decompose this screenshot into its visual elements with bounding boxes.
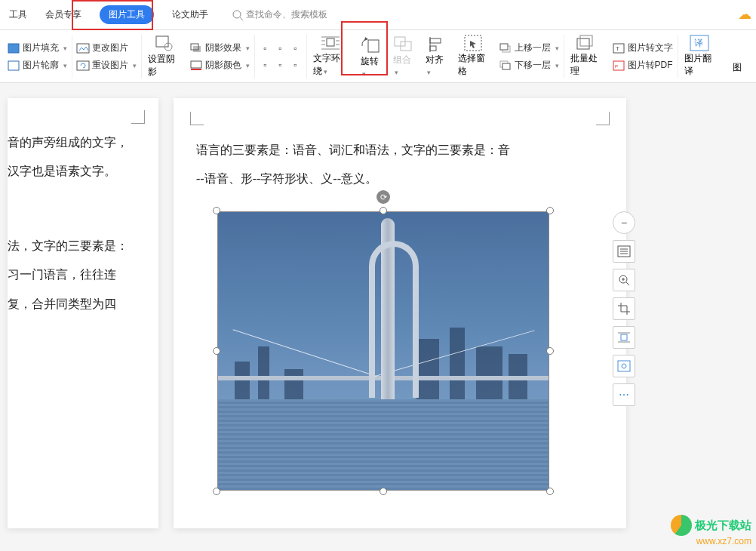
group-label: 组合 (393, 54, 413, 77)
to-pdf-icon: P (613, 60, 625, 72)
rotate-button[interactable]: 旋转 (355, 35, 387, 78)
resize-handle-bl[interactable] (213, 488, 220, 495)
cloud-sync-icon[interactable]: ☁ (738, 6, 751, 23)
search-icon (232, 10, 243, 20)
align-label: 对齐 (426, 54, 446, 77)
picture-fill-button[interactable]: 图片填充 (8, 42, 67, 54)
svg-rect-27 (500, 44, 508, 50)
page-left: 音的声旁组成的文字， 汉字也是语素文字。 法，文字的三要素是： 习一门语言，往往… (8, 98, 158, 528)
picture-extra-label: 图 (733, 61, 742, 74)
square-icon: ▫ (260, 42, 272, 54)
resize-handle-tl[interactable] (213, 207, 220, 214)
more-tool[interactable]: ⋯ (613, 383, 635, 406)
text-wrap-button[interactable]: 文字环绕 (307, 35, 355, 78)
sq2-icon: ▫ (290, 42, 302, 54)
page-corner-mark (190, 112, 204, 125)
nudge-row1[interactable]: ▫▫▫ (260, 42, 302, 54)
svg-rect-8 (193, 46, 201, 52)
image-content[interactable] (217, 211, 549, 491)
resize-handle-tm[interactable] (380, 207, 387, 214)
fill-icon (8, 42, 20, 54)
svg-point-50 (622, 364, 626, 368)
batch-label: 批量处理 (570, 52, 602, 78)
batch-icon (576, 35, 596, 51)
shadow-effect-button[interactable]: 阴影效果 (190, 42, 250, 54)
translate-label: 图片翻译 (684, 52, 716, 78)
svg-rect-10 (191, 61, 201, 68)
picture-extra-button[interactable]: 图 (721, 35, 753, 78)
bring-forward-button[interactable]: 上移一层 (499, 42, 559, 54)
svg-rect-24 (430, 46, 436, 51)
svg-rect-19 (368, 40, 379, 52)
align-button[interactable]: 对齐 (419, 35, 452, 78)
menu-member[interactable]: 会员专享 (36, 0, 91, 29)
svg-rect-30 (577, 38, 589, 49)
zoom-tool[interactable] (613, 269, 635, 291)
text-line: 音的声旁组成的文字， (8, 128, 151, 157)
resize-handle-ml[interactable] (213, 347, 220, 355)
picture-translate-button[interactable]: 译 图片翻译 (678, 35, 722, 78)
text-line: 法，文字的三要素是： (8, 232, 151, 260)
svg-text:P: P (615, 64, 618, 69)
batch-process-button[interactable]: 批量处理 (564, 35, 608, 78)
text-wrap-icon (321, 35, 340, 51)
up-icon: ▫ (275, 42, 287, 54)
menu-bar: 工具 会员专享 图片工具 论文助手 查找命令、搜索模板 ☁ (0, 0, 756, 30)
svg-rect-49 (618, 361, 630, 371)
send-backward-icon (499, 60, 512, 72)
page-corner-mark (131, 110, 145, 124)
text-line: --语音、形--字符形状、义--意义。 (196, 165, 604, 193)
outline-icon (8, 60, 20, 72)
resize-handle-mr[interactable] (546, 347, 554, 355)
text-spacer (8, 186, 151, 232)
selection-pane-icon (463, 35, 483, 51)
svg-rect-23 (430, 38, 441, 43)
resize-handle-bm[interactable] (380, 488, 387, 495)
text-wrap-label: 文字环绕 (313, 52, 349, 78)
right-icon: ▫ (290, 59, 302, 71)
collapse-tool[interactable]: − (613, 211, 635, 234)
text-line: 语言的三要素是：语音、词汇和语法，文字的三要素是：音 (196, 136, 604, 165)
menu-tools[interactable]: 工具 (0, 0, 36, 29)
set-shadow-button[interactable]: 设置阴影 (142, 35, 186, 78)
translate-icon: 译 (690, 35, 709, 51)
search-box[interactable]: 查找命令、搜索模板 (232, 8, 327, 21)
text-line: 习一门语言，往往连 (8, 260, 151, 289)
text-line: 复，合并同类型为四 (8, 290, 151, 319)
svg-rect-2 (8, 44, 19, 53)
search-placeholder: 查找命令、搜索模板 (246, 8, 327, 21)
shadow-color-icon (190, 60, 202, 72)
svg-rect-11 (191, 69, 201, 70)
rotate-label: 旋转 (361, 55, 381, 78)
change-picture-button[interactable]: 更改图片 (77, 42, 137, 54)
menu-picture-tools[interactable]: 图片工具 (91, 0, 163, 29)
resize-handle-tr[interactable] (546, 207, 554, 214)
reset-picture-icon (77, 60, 89, 72)
layout-tool[interactable] (613, 240, 635, 263)
change-picture-icon (77, 42, 89, 54)
edit-tool[interactable] (613, 355, 635, 377)
picture-outline-button[interactable]: 图片轮廓 (8, 59, 67, 72)
wrap-tool[interactable] (613, 326, 635, 349)
picture-to-text-button[interactable]: T 图片转文字 (613, 42, 673, 54)
svg-rect-12 (327, 38, 334, 46)
reset-picture-button[interactable]: 重设图片 (77, 59, 137, 72)
shadow-color-button[interactable]: 阴影颜色 (190, 59, 250, 72)
crop-tool[interactable] (613, 297, 635, 320)
nudge-row2[interactable]: ▫▫▫ (260, 59, 302, 71)
menu-thesis[interactable]: 论文助手 (163, 0, 217, 29)
selected-image[interactable]: ⟳ (210, 204, 557, 498)
rotate-icon (361, 35, 380, 54)
set-shadow-label: 设置阴影 (148, 53, 180, 78)
page-corner-mark (596, 112, 610, 125)
picture-to-pdf-button[interactable]: P 图片转PDF (613, 59, 673, 72)
svg-point-0 (233, 11, 241, 18)
bring-forward-icon (499, 42, 512, 54)
svg-text:译: 译 (694, 38, 703, 48)
to-text-icon: T (613, 42, 625, 54)
resize-handle-br[interactable] (546, 488, 554, 495)
ribbon-toolbar: 图片填充 图片轮廓 更改图片 重设图片 设置阴影 阴影效果 阴影颜色 ▫▫▫ (0, 30, 756, 83)
selection-pane-button[interactable]: 选择窗格 (452, 35, 496, 78)
rotate-handle[interactable]: ⟳ (376, 190, 390, 204)
send-backward-button[interactable]: 下移一层 (499, 59, 559, 72)
